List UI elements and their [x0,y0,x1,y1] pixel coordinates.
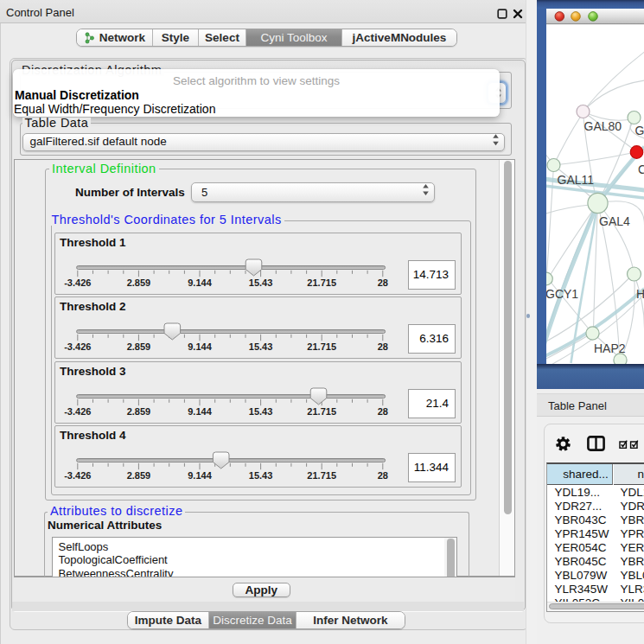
svg-text:GCY1: GCY1 [546,287,578,301]
svg-text:GAL80: GAL80 [583,119,622,133]
svg-text:GA: GA [634,124,644,137]
svg-text:GAL4: GAL4 [599,214,630,228]
svg-text:CY: CY [638,163,644,176]
svg-text:HIS4: HIS4 [636,287,644,301]
svg-text:HAP2: HAP2 [594,341,626,355]
svg-text:GAL11: GAL11 [557,173,594,187]
